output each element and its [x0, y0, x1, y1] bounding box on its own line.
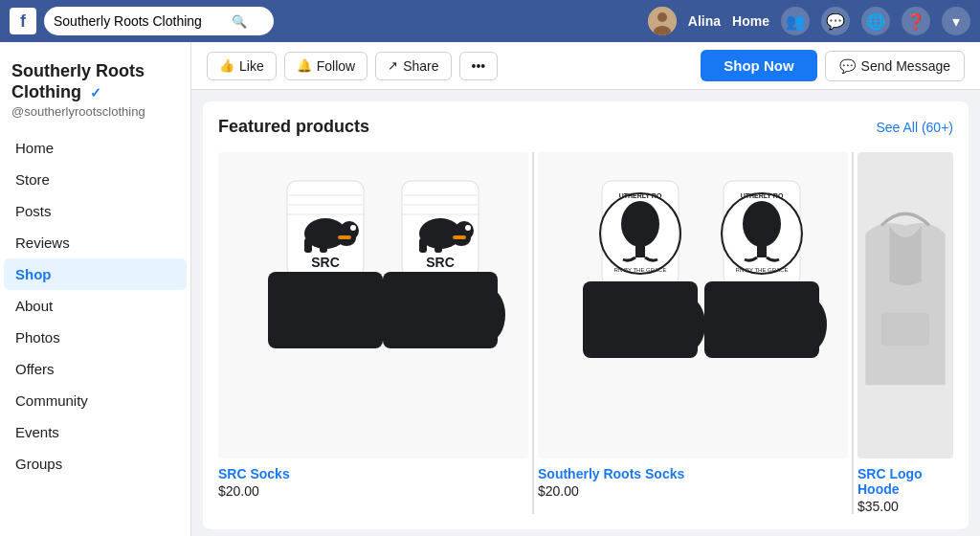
svg-point-38 [671, 298, 705, 351]
shop-now-button[interactable]: Shop Now [701, 50, 816, 81]
svg-rect-43 [757, 243, 767, 257]
follow-icon: 🔔 [297, 58, 312, 73]
page-layout: Southerly Roots Clothing ✓ @southerlyroo… [0, 42, 980, 536]
avatar[interactable] [648, 7, 677, 35]
product-divider-1 [532, 152, 534, 514]
main-content: 👍 Like 🔔 Follow ↗ Share ••• Shop Now 💬 S… [191, 42, 980, 536]
sidebar-item-home[interactable]: Home [4, 132, 187, 164]
sidebar-nav: Home Store Posts Reviews Shop About Phot… [0, 132, 190, 480]
search-bar: 🔍 [44, 7, 274, 35]
sidebar: Southerly Roots Clothing ✓ @southerlyroo… [0, 42, 191, 536]
svg-rect-8 [304, 238, 312, 253]
follow-button[interactable]: 🔔 Follow [284, 52, 368, 80]
sidebar-item-photos[interactable]: Photos [4, 322, 187, 353]
sidebar-item-offers[interactable]: Offers [4, 353, 187, 385]
svg-rect-9 [320, 238, 327, 253]
product-name-southerly-roots-socks: Southerly Roots Socks [538, 466, 848, 481]
product-price-src-socks: $20.00 [218, 483, 528, 499]
sidebar-item-posts[interactable]: Posts [4, 195, 187, 227]
product-name-src-socks: SRC Socks [218, 466, 528, 481]
page-name: Southerly Roots Clothing ✓ [11, 61, 179, 102]
svg-point-30 [471, 288, 505, 342]
svg-text:RN BY THE GRACE: RN BY THE GRACE [614, 267, 667, 273]
messenger-icon[interactable]: 💬 [821, 7, 850, 35]
nav-right: Alina Home 👥 💬 🌐 ❓ ▾ [648, 7, 970, 35]
svg-rect-35 [635, 243, 645, 257]
like-button[interactable]: 👍 Like [207, 52, 277, 80]
sidebar-username: @southerlyrootsclothing [11, 104, 179, 119]
message-icon: 💬 [839, 58, 856, 74]
top-navigation: f 🔍 Alina Home 👥 💬 🌐 ❓ ▾ [0, 0, 980, 42]
sidebar-item-groups[interactable]: Groups [4, 448, 187, 480]
svg-text:SRC: SRC [426, 255, 455, 270]
nav-home-link[interactable]: Home [732, 13, 769, 29]
product-name-src-logo-hoodie: SRC Logo Hoode [858, 466, 953, 497]
svg-rect-13 [338, 235, 351, 239]
send-message-button[interactable]: 💬 Send Message [825, 51, 965, 81]
product-image-src-logo-hoodie [858, 152, 953, 458]
more-button[interactable]: ••• [459, 52, 499, 80]
sidebar-item-store[interactable]: Store [4, 164, 187, 195]
share-button[interactable]: ↗ Share [375, 52, 451, 80]
product-card-southerly-roots-socks[interactable]: UTHERLY RO RN BY THE GRACE [538, 152, 848, 514]
product-card-src-logo-hoodie[interactable]: SRC Logo Hoode $35.00 [858, 152, 953, 514]
svg-rect-27 [453, 235, 466, 239]
svg-text:UTHERLY RO: UTHERLY RO [619, 192, 662, 199]
product-price-src-logo-hoodie: $35.00 [858, 499, 953, 514]
sidebar-item-reviews[interactable]: Reviews [4, 227, 187, 258]
svg-point-42 [743, 201, 781, 247]
products-header: Featured products See All (60+) [218, 117, 953, 137]
search-icon: 🔍 [232, 14, 247, 29]
menu-icon[interactable]: ▾ [942, 7, 970, 35]
svg-text:UTHERLY RO: UTHERLY RO [741, 192, 784, 199]
like-icon: 👍 [219, 58, 234, 73]
product-divider-2 [852, 152, 854, 514]
see-all-link[interactable]: See All (60+) [876, 120, 953, 135]
svg-point-26 [465, 225, 471, 231]
search-input[interactable] [54, 13, 226, 29]
verified-badge: ✓ [90, 85, 101, 101]
product-image-southerly-roots-socks: UTHERLY RO RN BY THE GRACE [538, 152, 848, 458]
share-icon: ↗ [388, 58, 398, 73]
products-section: Featured products See All (60+) [203, 101, 969, 529]
facebook-logo[interactable]: f [10, 8, 36, 34]
svg-rect-22 [419, 238, 427, 253]
friends-icon[interactable]: 👥 [781, 7, 810, 35]
products-grid: SRC [218, 152, 953, 514]
svg-rect-47 [881, 313, 929, 345]
notifications-icon[interactable]: 🌐 [861, 7, 890, 35]
svg-point-12 [350, 225, 356, 231]
svg-point-46 [792, 298, 827, 351]
product-card-src-socks[interactable]: SRC [218, 152, 528, 514]
product-image-src-socks: SRC [218, 152, 528, 458]
action-bar: 👍 Like 🔔 Follow ↗ Share ••• Shop Now 💬 S… [191, 42, 980, 90]
svg-rect-23 [434, 238, 442, 253]
help-icon[interactable]: ❓ [902, 7, 930, 35]
svg-text:SRC: SRC [311, 255, 340, 270]
sidebar-header: Southerly Roots Clothing ✓ @southerlyroo… [0, 52, 190, 124]
svg-point-34 [621, 201, 659, 247]
nav-username: Alina [688, 13, 721, 29]
svg-text:RN BY THE GRACE: RN BY THE GRACE [736, 267, 789, 273]
sidebar-item-about[interactable]: About [4, 290, 187, 322]
svg-point-1 [657, 12, 667, 22]
product-price-southerly-roots-socks: $20.00 [538, 483, 848, 499]
sidebar-item-events[interactable]: Events [4, 416, 187, 448]
more-icon: ••• [472, 58, 486, 74]
sidebar-item-shop[interactable]: Shop [4, 258, 187, 290]
sidebar-item-community[interactable]: Community [4, 385, 187, 416]
products-title: Featured products [218, 117, 369, 137]
